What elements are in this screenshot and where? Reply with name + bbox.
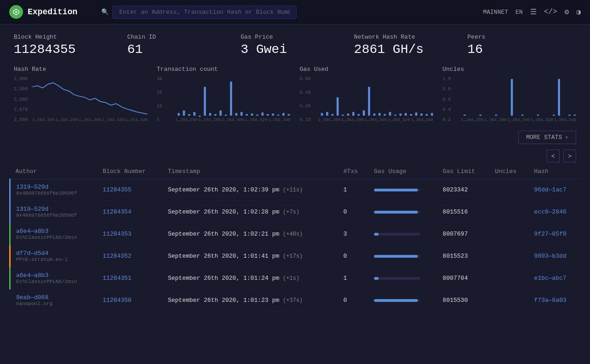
block-number-link[interactable]: 11284352 bbox=[103, 253, 131, 260]
gas-bar-container bbox=[374, 255, 420, 258]
stat-hash-rate-value: 2861 GH/s bbox=[354, 42, 458, 57]
gas-used-svg bbox=[318, 76, 433, 118]
gas-bar bbox=[374, 211, 418, 214]
cell-hash: 9803—b3dd bbox=[529, 245, 581, 267]
col-author: Author bbox=[10, 164, 97, 179]
col-txs: #Txs bbox=[338, 164, 368, 179]
col-timestamp: Timestamp bbox=[162, 164, 338, 179]
block-number-link[interactable]: 11284351 bbox=[103, 275, 131, 282]
author-short[interactable]: 1319—529d bbox=[16, 184, 92, 191]
author-full: nanopool.org bbox=[16, 301, 92, 306]
search-bar: 🔍 bbox=[101, 6, 483, 19]
more-stats-row: MORE STATS › bbox=[0, 127, 590, 148]
svg-rect-54 bbox=[568, 115, 571, 116]
stat-chain-id-value: 61 bbox=[127, 42, 231, 57]
svg-rect-44 bbox=[426, 114, 428, 116]
svg-rect-47 bbox=[479, 115, 482, 116]
stat-block-height: Block Height 11284355 bbox=[14, 34, 123, 57]
hash-link[interactable]: f73a—0a03 bbox=[534, 297, 567, 304]
hash-link[interactable]: e1bc—abc7 bbox=[534, 275, 567, 282]
author-short[interactable]: a6e4—a8b3 bbox=[16, 272, 92, 279]
cell-txs: 0 bbox=[338, 289, 368, 312]
col-block-number: Block Number bbox=[97, 164, 162, 179]
cell-author: 1319—529d 0x486976656f6e20506f bbox=[10, 201, 97, 223]
cell-timestamp: September 26th 2020, 1:01:23 pm (+37s) bbox=[162, 289, 338, 312]
timestamp-delta: (+7s) bbox=[283, 209, 299, 215]
table-row: df7d—d5d4 PPYE-stratum-eu-1 11284352 Sep… bbox=[10, 245, 581, 267]
cell-author: df7d—d5d4 PPYE-stratum-eu-1 bbox=[10, 245, 97, 267]
svg-rect-33 bbox=[368, 87, 370, 116]
tx-count-svg bbox=[175, 76, 290, 118]
tx-count-chart-label: Transaction count bbox=[157, 66, 290, 73]
svg-rect-24 bbox=[321, 113, 323, 116]
author-full: EthClassicPPLNS/2min bbox=[16, 235, 92, 240]
more-stats-button[interactable]: MORE STATS › bbox=[518, 131, 576, 144]
header: Expedition 🔍 MAINNET EN ☰ </> ⚙ ◑ bbox=[0, 0, 590, 24]
svg-rect-28 bbox=[342, 115, 344, 116]
svg-rect-12 bbox=[230, 81, 233, 116]
block-number-link[interactable]: 11284350 bbox=[103, 297, 131, 304]
author-short[interactable]: 9eab—d068 bbox=[16, 294, 92, 301]
blocks-table: Author Block Number Timestamp #Txs Gas U… bbox=[9, 164, 581, 312]
gas-bar bbox=[374, 233, 379, 236]
cell-block-num: 11284350 bbox=[97, 289, 162, 312]
more-stats-label: MORE STATS bbox=[526, 134, 562, 141]
hash-link[interactable]: 9f27—05f0 bbox=[534, 231, 567, 237]
timestamp-delta: (+11s) bbox=[283, 187, 303, 193]
svg-rect-26 bbox=[331, 114, 333, 116]
code-icon[interactable]: </> bbox=[544, 8, 557, 16]
stat-peers-label: Peers bbox=[467, 34, 572, 40]
stat-hash-rate: Network Hash Rate 2861 GH/s bbox=[350, 34, 463, 57]
svg-rect-34 bbox=[373, 114, 375, 116]
svg-rect-19 bbox=[267, 114, 269, 116]
next-page-button[interactable]: > bbox=[563, 150, 576, 162]
theme-icon[interactable]: ◑ bbox=[576, 7, 581, 17]
search-input[interactable] bbox=[112, 6, 297, 19]
stat-block-height-label: Block Height bbox=[14, 34, 118, 40]
charts-row: Hash Rate 2,900 2,890 2,880 2,870 2,860 … bbox=[0, 61, 590, 127]
menu-icon[interactable]: ☰ bbox=[530, 7, 537, 17]
svg-rect-13 bbox=[235, 113, 238, 116]
svg-rect-43 bbox=[420, 114, 422, 116]
svg-rect-4 bbox=[188, 114, 191, 116]
timestamp-delta: (+1s) bbox=[283, 275, 299, 282]
cell-uncles bbox=[489, 179, 528, 201]
author-short[interactable]: 1319—529d bbox=[16, 206, 92, 213]
stat-chain-id-label: Chain ID bbox=[127, 34, 231, 40]
timestamp-main: September 26th 2020, 1:01:23 pm bbox=[168, 297, 283, 304]
gas-bar-container bbox=[374, 277, 420, 280]
block-number-link[interactable]: 11284354 bbox=[103, 208, 131, 215]
hash-rate-chart: Hash Rate 2,900 2,890 2,880 2,870 2,860 … bbox=[14, 66, 147, 122]
cell-gas-usage bbox=[368, 245, 437, 267]
hash-link[interactable]: 9803—b3dd bbox=[534, 253, 567, 260]
hash-link[interactable]: 96dd—1ac7 bbox=[534, 186, 567, 193]
svg-rect-22 bbox=[282, 113, 285, 116]
stats-row: Block Height 11284355 Chain ID 61 Gas Pr… bbox=[0, 24, 590, 61]
stat-hash-rate-label: Network Hash Rate bbox=[354, 34, 458, 40]
svg-rect-27 bbox=[336, 98, 339, 116]
svg-rect-51 bbox=[537, 115, 539, 116]
cell-gas-limit: 8007697 bbox=[437, 223, 489, 245]
block-number-link[interactable]: 11284355 bbox=[103, 186, 131, 193]
stat-block-height-value: 11284355 bbox=[14, 42, 118, 57]
settings-icon[interactable]: ⚙ bbox=[565, 7, 569, 17]
svg-rect-53 bbox=[558, 79, 560, 116]
cell-timestamp: September 26th 2020, 1:02:21 pm (+40s) bbox=[162, 223, 338, 245]
svg-rect-8 bbox=[209, 113, 211, 116]
prev-page-button[interactable]: < bbox=[547, 150, 560, 162]
timestamp-delta: (+40s) bbox=[283, 231, 303, 237]
svg-rect-39 bbox=[399, 114, 402, 116]
gas-bar-container bbox=[374, 189, 420, 191]
author-short[interactable]: df7d—d5d4 bbox=[16, 250, 92, 257]
hash-rate-chart-area: 2,900 2,890 2,880 2,870 2,860 1,284,260 … bbox=[14, 76, 147, 122]
timestamp-main: September 26th 2020, 1:02:21 pm bbox=[168, 231, 283, 237]
block-number-link[interactable]: 11284353 bbox=[103, 231, 131, 237]
table-row: 9eab—d068 nanopool.org 11284350 Septembe… bbox=[10, 289, 581, 312]
cell-author: 9eab—d068 nanopool.org bbox=[10, 289, 97, 312]
hash-link[interactable]: ecc6—2846 bbox=[534, 208, 567, 215]
svg-rect-5 bbox=[193, 112, 196, 116]
tx-count-chart-area: 30 20 10 5 bbox=[157, 76, 290, 122]
blocks-table-container: Author Block Number Timestamp #Txs Gas U… bbox=[0, 164, 590, 312]
author-short[interactable]: a6e4—a8b3 bbox=[16, 228, 92, 235]
tx-count-chart: Transaction count 30 20 10 5 bbox=[157, 66, 290, 122]
